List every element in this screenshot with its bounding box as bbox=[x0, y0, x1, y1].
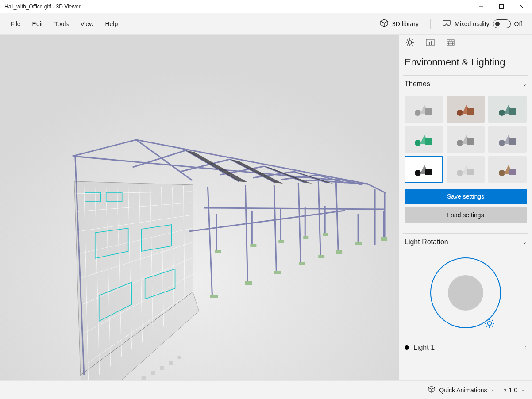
cube-outline-icon bbox=[428, 386, 436, 394]
menu-help[interactable]: Help bbox=[100, 19, 123, 29]
svg-rect-104 bbox=[428, 43, 428, 45]
menu-tools[interactable]: Tools bbox=[49, 19, 74, 29]
divider bbox=[430, 19, 431, 29]
theme-thumb-theme-grey-2[interactable] bbox=[447, 126, 485, 153]
svg-rect-78 bbox=[85, 193, 101, 202]
light-1-label: Light 1 bbox=[413, 344, 517, 352]
mixed-reality-toggle[interactable] bbox=[493, 19, 511, 28]
section-themes-header[interactable]: Themes ⌄ bbox=[399, 76, 532, 92]
svg-rect-47 bbox=[274, 271, 281, 274]
quick-animations-label: Quick Animations bbox=[439, 387, 487, 394]
theme-thumb-theme-bw[interactable] bbox=[405, 156, 443, 183]
svg-rect-117 bbox=[467, 108, 474, 115]
theme-thumb-theme-slate[interactable] bbox=[488, 126, 527, 153]
section-themes-label: Themes bbox=[405, 80, 430, 88]
viewport-3d[interactable] bbox=[0, 35, 399, 380]
svg-rect-46 bbox=[245, 281, 252, 285]
svg-rect-1 bbox=[500, 5, 504, 9]
cube-icon bbox=[380, 19, 389, 28]
svg-rect-52 bbox=[381, 237, 387, 241]
svg-point-115 bbox=[457, 110, 463, 116]
menu-edit[interactable]: Edit bbox=[27, 19, 48, 29]
svg-rect-54 bbox=[250, 244, 256, 247]
svg-line-145 bbox=[492, 326, 493, 326]
svg-rect-53 bbox=[215, 250, 221, 253]
zoom-control[interactable]: × 1.0 ︿ bbox=[503, 387, 526, 394]
3d-library-label: 3D library bbox=[392, 20, 419, 27]
quick-animations-button[interactable]: Quick Animations ︿ bbox=[428, 386, 495, 394]
svg-point-133 bbox=[457, 170, 463, 176]
titlebar: Hall_with_Office.gltf - 3D Viewer bbox=[0, 0, 532, 13]
svg-rect-105 bbox=[429, 42, 430, 45]
chevron-down-icon: ⌄ bbox=[523, 239, 527, 245]
tab-grid[interactable] bbox=[445, 40, 456, 50]
svg-rect-126 bbox=[467, 138, 474, 145]
svg-line-101 bbox=[412, 39, 413, 40]
svg-rect-92 bbox=[169, 361, 173, 365]
mixed-reality-label: Mixed reality bbox=[455, 20, 490, 27]
theme-thumb-theme-green[interactable] bbox=[405, 126, 443, 153]
theme-thumb-theme-light[interactable] bbox=[447, 156, 485, 183]
maximize-button[interactable] bbox=[491, 0, 512, 13]
load-settings-button[interactable]: Load settings bbox=[405, 207, 527, 223]
tab-environment[interactable] bbox=[405, 40, 415, 50]
chevron-up-icon: ︿ bbox=[490, 387, 495, 393]
light-rotation-dial[interactable] bbox=[430, 257, 501, 328]
svg-line-111 bbox=[452, 40, 453, 45]
theme-thumb-theme-copper[interactable] bbox=[488, 156, 527, 183]
svg-point-121 bbox=[415, 140, 421, 146]
grid-icon bbox=[446, 38, 455, 48]
stats-icon bbox=[426, 38, 435, 48]
save-settings-button[interactable]: Save settings bbox=[405, 189, 527, 204]
svg-rect-135 bbox=[467, 169, 474, 175]
zoom-label: × 1.0 bbox=[503, 387, 517, 394]
theme-thumb-theme-warm[interactable] bbox=[447, 96, 485, 123]
svg-line-146 bbox=[492, 320, 493, 321]
menu-view[interactable]: View bbox=[75, 19, 99, 29]
section-light-rotation-header[interactable]: Light Rotation ⌄ bbox=[399, 234, 532, 250]
sun-handle-icon[interactable] bbox=[484, 318, 495, 330]
window-title: Hall_with_Office.gltf - 3D Viewer bbox=[4, 4, 471, 10]
section-light-1-header[interactable]: Light 1 〈 bbox=[399, 339, 532, 356]
theme-thumb-theme-teal[interactable] bbox=[488, 96, 527, 123]
svg-rect-89 bbox=[142, 376, 146, 380]
svg-line-144 bbox=[486, 320, 487, 321]
menu-file[interactable]: File bbox=[5, 19, 26, 29]
close-button[interactable] bbox=[512, 0, 532, 13]
sidebar: Environment & Lighting Themes ⌄ bbox=[399, 35, 532, 380]
svg-rect-45 bbox=[210, 295, 218, 298]
chevron-down-icon: ⌄ bbox=[523, 81, 527, 87]
svg-point-94 bbox=[408, 41, 412, 44]
chevron-left-icon: 〈 bbox=[522, 345, 527, 351]
svg-rect-120 bbox=[509, 108, 516, 115]
menubar: File Edit Tools View Help 3D library Mix… bbox=[0, 13, 532, 35]
svg-rect-107 bbox=[447, 40, 454, 45]
3d-library-button[interactable]: 3D library bbox=[375, 17, 423, 30]
svg-rect-50 bbox=[336, 250, 342, 254]
svg-rect-91 bbox=[160, 366, 164, 370]
tab-stats[interactable] bbox=[425, 40, 436, 50]
svg-rect-114 bbox=[425, 108, 432, 115]
svg-rect-55 bbox=[278, 240, 284, 243]
svg-rect-57 bbox=[323, 233, 328, 236]
theme-thumb-theme-grey-1[interactable] bbox=[405, 96, 443, 123]
mixed-reality-state: Off bbox=[514, 20, 522, 27]
sidebar-tabs bbox=[399, 35, 532, 50]
svg-rect-132 bbox=[425, 169, 432, 175]
sun-icon bbox=[405, 38, 414, 48]
mixed-reality-group: Mixed reality Off bbox=[438, 18, 527, 30]
minimize-button[interactable] bbox=[471, 0, 491, 13]
svg-point-136 bbox=[499, 170, 505, 176]
svg-rect-79 bbox=[106, 193, 122, 202]
svg-point-112 bbox=[415, 110, 421, 116]
svg-rect-93 bbox=[178, 356, 181, 359]
svg-line-147 bbox=[486, 326, 487, 326]
svg-line-99 bbox=[407, 39, 408, 40]
svg-point-118 bbox=[499, 110, 505, 116]
svg-point-139 bbox=[488, 322, 491, 325]
svg-rect-90 bbox=[151, 371, 155, 375]
theme-grid bbox=[399, 92, 532, 189]
statusbar: Quick Animations ︿ × 1.0 ︿ bbox=[0, 380, 532, 399]
svg-rect-48 bbox=[299, 262, 305, 265]
svg-line-110 bbox=[448, 40, 449, 45]
